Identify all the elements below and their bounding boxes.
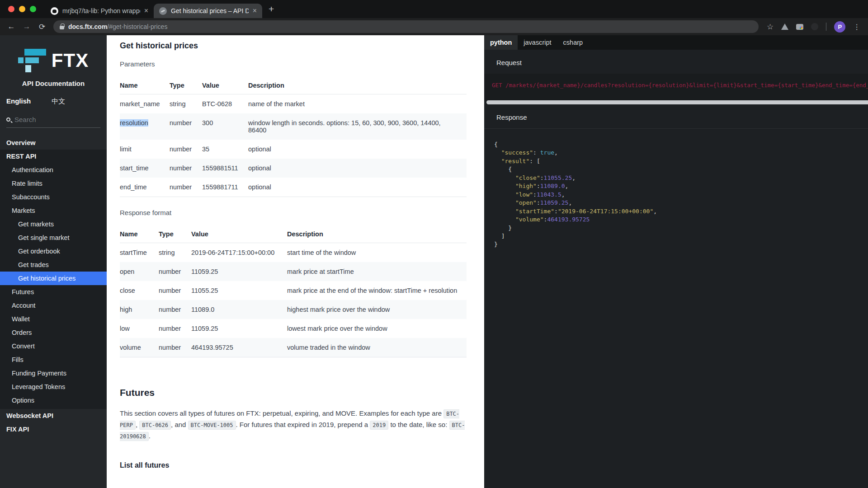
sidebar-item-rate-limits[interactable]: Rate limits [0,177,107,190]
minimize-window-button[interactable] [19,6,25,12]
sidebar-item-orders[interactable]: Orders [0,326,107,339]
back-button[interactable]: ← [5,22,18,31]
column-header: Value [191,226,287,243]
cell-value: 11059.25 [191,262,287,281]
page-title: Get historical prices [120,41,471,51]
cell-desc: optional [248,178,467,197]
tab-csharp[interactable]: csharp [557,35,589,50]
paragraph-text: This section covers all types of futures… [120,409,443,417]
close-window-button[interactable] [8,6,14,12]
rest-api-section: REST APIAuthenticationRate limitsSubacco… [0,150,107,409]
sidebar-item-options[interactable]: Options [0,394,107,407]
sidebar-item-subaccounts[interactable]: Subaccounts [0,190,107,204]
table-row: market_namestringBTC-0628name of the mar… [120,94,467,114]
cell-name: close [120,281,159,300]
paragraph-text: , [136,421,139,428]
paragraph-text: . [149,432,151,440]
column-header: Type [159,226,191,243]
cell-name: resolution [120,113,170,140]
code-line: "volume":464193.95725 [494,216,868,224]
response-code: { "success": true, "result": [ { "close"… [484,129,868,249]
sidebar-item-futures[interactable]: Futures [0,285,107,299]
browser-tab-talib[interactable]: mrjbq7/ta-lib: Python wrapper × [45,4,154,18]
request-code: GET /markets/{market_name}/candles?resol… [484,82,868,89]
cell-type: string [170,94,202,114]
profile-avatar[interactable]: P [834,21,845,33]
tab-python[interactable]: python [484,35,518,50]
sidebar-item-authentication[interactable]: Authentication [0,163,107,177]
table-row: highnumber11089.0highest mark price over… [120,300,467,319]
cell-type: number [159,262,191,281]
tab-javascript[interactable]: javascript [518,35,557,50]
cell-type: number [159,300,191,319]
sidebar-item-wallet[interactable]: Wallet [0,312,107,326]
close-tab-icon[interactable]: × [253,7,257,15]
search-input[interactable] [14,116,87,123]
code-panel: pythonjavascriptcsharp Request GET /mark… [484,35,868,488]
sidebar-item-markets[interactable]: Markets [0,204,107,217]
inline-code: BTC-0626 [139,421,171,430]
cell-type: number [170,159,202,178]
drive-icon[interactable] [781,23,788,30]
sidebar-item-account[interactable]: Account [0,299,107,312]
cell-name: volume [120,338,159,357]
sidebar-item-fix-api[interactable]: FIX API [0,422,107,436]
cell-type: string [159,243,191,263]
sidebar-item-get-trades[interactable]: Get trades [0,258,107,272]
bookmark-star-icon[interactable]: ☆ [767,22,774,32]
cell-name: startTime [120,243,159,263]
cell-name: end_time [120,178,170,197]
horizontal-scrollbar[interactable] [486,100,868,104]
paragraph-text: , and [171,421,188,428]
zoom-window-button[interactable] [30,6,36,12]
sidebar-item-convert[interactable]: Convert [0,339,107,353]
cell-name: market_name [120,94,170,114]
code-line: "low":11043.5, [494,191,868,199]
ftx-logo[interactable]: FTX [0,35,107,73]
doc-column: Get historical prices Parameters NameTyp… [107,35,484,488]
language-tabs: pythonjavascriptcsharp [484,35,868,50]
code-line: } [494,224,868,232]
language-english[interactable]: English [6,97,31,106]
browser-menu-icon[interactable]: ⋮ [853,23,860,31]
close-tab-icon[interactable]: × [144,7,148,15]
sidebar-item-overview[interactable]: Overview [0,136,107,150]
code-line: "success": true, [494,149,868,157]
parameters-table: NameTypeValueDescriptionmarket_namestrin… [120,78,467,197]
cell-desc: optional [248,140,467,159]
browser-tab-ftx-docs[interactable]: Get historical prices – API Docu × [154,4,262,18]
sidebar-item-funding-payments[interactable]: Funding Payments [0,366,107,380]
table-row: end_timenumber1559881711optional [120,178,467,197]
extension-icon[interactable] [811,23,818,30]
cell-name: low [120,319,159,338]
search-box[interactable] [6,116,100,128]
new-tab-button[interactable]: + [269,4,274,14]
sidebar-item-get-single-market[interactable]: Get single market [0,231,107,244]
photos-icon[interactable] [796,24,803,30]
futures-heading: Futures [120,387,471,398]
sidebar-item-leveraged-tokens[interactable]: Leveraged Tokens [0,380,107,394]
sidebar-item-get-orderbook[interactable]: Get orderbook [0,244,107,258]
sidebar: FTX API Documentation English 中文 Overvie… [0,35,107,488]
sidebar-item-fills[interactable]: Fills [0,353,107,366]
language-chinese[interactable]: 中文 [52,97,65,106]
forward-button[interactable]: → [20,22,33,31]
sidebar-item-rest-api[interactable]: REST API [0,150,107,163]
github-icon [51,7,58,15]
sidebar-item-get-markets[interactable]: Get markets [0,217,107,231]
column-header: Description [248,78,467,94]
table-row: volumenumber464193.95725volume traded in… [120,338,467,357]
table-row: lownumber11059.25lowest mark price over … [120,319,467,338]
code-line: { [494,165,868,174]
address-bar[interactable]: docs.ftx.com/#get-historical-prices [53,20,759,33]
cell-desc: start time of the window [287,243,467,263]
futures-paragraph: This section covers all types of futures… [120,408,468,441]
code-line: "result": [ [494,157,868,165]
sidebar-item-get-historical-prices[interactable]: Get historical prices [0,272,107,285]
sidebar-item-websocket-api[interactable]: Websocket API [0,409,107,422]
cell-type: number [159,281,191,300]
reload-button[interactable]: ⟳ [35,22,49,32]
window-controls [0,6,45,12]
cell-value: BTC-0628 [202,94,248,114]
sidebar-subtitle: API Documentation [0,80,107,87]
